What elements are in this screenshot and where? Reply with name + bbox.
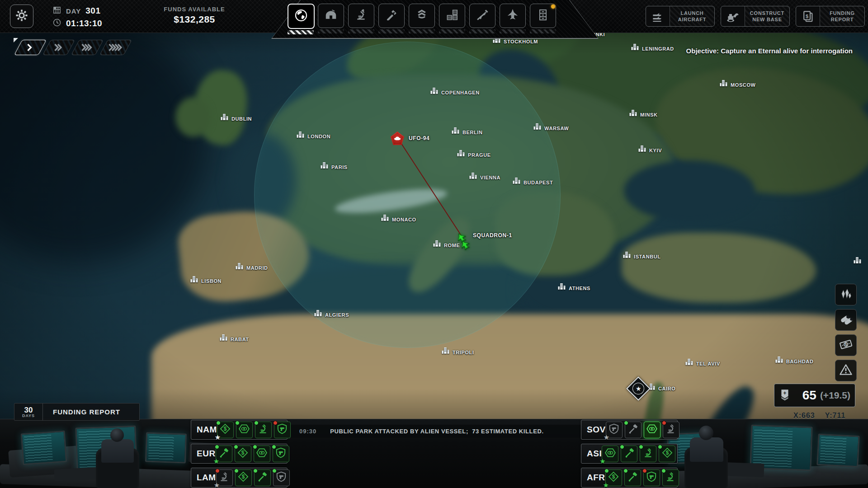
region-panel-right: SOV ★ ASI ★ $AFR $★ <box>581 420 678 488</box>
day-value: 301 <box>85 6 100 16</box>
city-marker-berlin: BERLIN <box>452 127 483 136</box>
resources-filter-button[interactable] <box>835 284 857 305</box>
region-stat-intel[interactable] <box>236 422 253 438</box>
city-icon <box>442 347 450 356</box>
construct-new-base-label: CONSTRUCTNEW BASE <box>745 6 789 26</box>
chevron-icon <box>108 43 124 52</box>
city-icon <box>190 276 199 284</box>
city-label: MADRID <box>246 265 268 271</box>
region-stat-funding[interactable]: $ <box>659 446 675 462</box>
time-speed-1-button[interactable] <box>14 40 47 55</box>
city-icon <box>631 43 640 52</box>
region-stat-research[interactable] <box>663 422 679 438</box>
region-stat-research[interactable] <box>640 446 656 462</box>
launch-aircraft-label: LAUNCHAIRCRAFT <box>670 6 714 26</box>
region-stat-engineering[interactable] <box>624 469 641 486</box>
time-speed-4-button[interactable] <box>99 40 132 55</box>
region-stat-engineering[interactable]: ★ <box>216 446 232 462</box>
coord-x: X:663 <box>793 412 815 420</box>
region-stat-defense[interactable] <box>273 446 289 462</box>
nav-research[interactable] <box>348 4 374 34</box>
city-marker-minsk: MINSK <box>629 109 657 118</box>
nav-aircraft[interactable] <box>500 4 526 34</box>
city-marker-tripoli: TRIPOLI <box>442 347 474 356</box>
nav-geoscape[interactable] <box>288 4 314 34</box>
time-speed-2-button[interactable] <box>42 40 75 55</box>
region-stat-defense[interactable] <box>273 469 290 486</box>
trend-dot-green <box>604 469 609 473</box>
region-stat-funding[interactable]: $★ <box>605 469 622 486</box>
svg-text:$: $ <box>241 450 245 456</box>
defense-icon <box>646 471 657 484</box>
region-stat-engineering[interactable] <box>625 422 642 438</box>
defense-icon <box>276 423 288 436</box>
days-value: 30 <box>24 406 33 414</box>
city-icon <box>623 251 632 260</box>
nav-armory[interactable] <box>469 4 495 34</box>
funds-value: $132,285 <box>158 14 231 25</box>
svg-text:$: $ <box>224 426 227 432</box>
construct-new-base-button[interactable]: CONSTRUCTNEW BASE <box>721 6 790 27</box>
region-stat-funding[interactable]: $★ <box>217 422 234 438</box>
ufo-marker[interactable] <box>391 131 404 145</box>
trend-dot-red <box>662 421 666 425</box>
base-star-icon: ★ <box>636 385 642 392</box>
header-action-buttons: LAUNCHAIRCRAFTCONSTRUCTNEW BASE $FUNDING… <box>646 6 865 27</box>
jet-icon <box>506 8 519 23</box>
region-stat-funding[interactable]: $ <box>235 469 252 486</box>
region-stat-research[interactable] <box>662 469 679 486</box>
city-label: LENINGRAD <box>642 46 674 52</box>
funds-block: FUNDS AVAILABLE $132,285 <box>158 6 231 25</box>
nav-stores[interactable] <box>439 4 465 34</box>
region-stat-engineering[interactable] <box>621 446 637 462</box>
city-label: PRAGUE <box>468 152 491 158</box>
trend-dot-green <box>272 445 276 449</box>
region-stat-engineering[interactable] <box>254 469 271 486</box>
trend-dot-green <box>216 421 221 425</box>
cabinet-icon <box>537 9 549 23</box>
region-stat-intel[interactable] <box>644 422 660 438</box>
region-row-eur[interactable]: EUR ★ $ <box>191 444 288 464</box>
alert-icon <box>839 363 853 378</box>
region-stat-defense[interactable] <box>643 469 660 486</box>
region-stat-intel[interactable]: ★ <box>602 446 618 462</box>
region-row-asi[interactable]: ASI ★ $ <box>581 444 678 464</box>
funding-report-bar[interactable]: 30 DAYS FUNDING REPORT <box>14 403 140 421</box>
materials-filter-button[interactable] <box>835 309 857 331</box>
nav-bases[interactable] <box>318 4 344 34</box>
nav-archives[interactable] <box>530 4 556 34</box>
day-time-block: DAY 301 01:13:10 <box>52 5 102 29</box>
region-stat-research[interactable] <box>255 422 272 438</box>
finances-filter-button[interactable]: $ <box>835 334 857 356</box>
city-icon <box>854 257 862 265</box>
region-row-nam[interactable]: NAM $★ <box>191 420 288 440</box>
region-row-lam[interactable]: LAM★ $ <box>191 468 288 488</box>
time-speed-3-button[interactable] <box>71 40 104 55</box>
city-label: MONACO <box>392 217 416 223</box>
defense-icon <box>608 423 620 436</box>
relations-score-badge[interactable]: + 65 (+19.5) <box>774 384 855 407</box>
funding-report-label: FUNDINGREPORT <box>820 6 864 26</box>
region-row-afr[interactable]: AFR $★ <box>581 468 678 488</box>
alerts-filter-button[interactable] <box>835 360 857 381</box>
region-stat-funding[interactable]: $ <box>235 446 251 462</box>
priority-star: ★ <box>604 434 609 441</box>
region-stat-research[interactable]: ★ <box>216 469 233 486</box>
city-icon <box>236 263 244 271</box>
region-row-sov[interactable]: SOV ★ <box>581 420 678 440</box>
launch-aircraft-button[interactable]: LAUNCHAIRCRAFT <box>646 6 715 27</box>
trend-dot-green <box>253 469 258 473</box>
region-code: EUR <box>197 449 216 459</box>
settings-button[interactable] <box>10 5 33 28</box>
region-stat-defense[interactable] <box>274 422 291 438</box>
city-label: TRIPOLI <box>453 350 474 356</box>
city-icon <box>433 240 442 249</box>
funding-report-button[interactable]: $FUNDINGREPORT <box>796 6 865 27</box>
city-marker-warsaw: WARSAW <box>533 123 569 131</box>
region-stat-intel[interactable] <box>254 446 270 462</box>
region-stat-defense[interactable]: ★ <box>606 422 623 438</box>
engineering-icon <box>218 447 230 460</box>
excavator-icon <box>721 6 745 26</box>
nav-personnel[interactable] <box>409 4 435 34</box>
nav-engineering[interactable] <box>378 4 405 34</box>
